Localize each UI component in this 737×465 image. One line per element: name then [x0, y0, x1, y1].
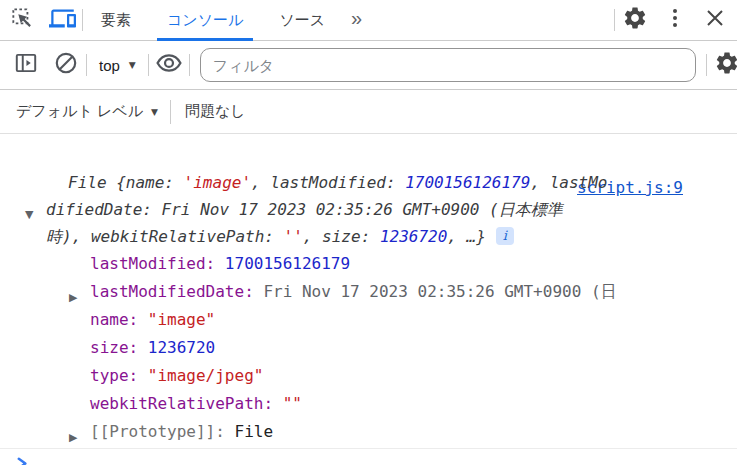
log-levels-dropdown[interactable]: デフォルト レベル ▼ — [4, 102, 170, 121]
property-value: 1236720 — [148, 338, 215, 357]
preview-text: 時), webkitRelativePath: — [46, 227, 284, 246]
menu-button[interactable] — [655, 2, 695, 38]
eye-icon — [155, 49, 183, 81]
console-prompt[interactable] — [0, 449, 737, 465]
settings-button[interactable] — [615, 2, 655, 38]
device-toolbar-icon — [49, 5, 76, 36]
filter-field-wrap — [200, 48, 696, 82]
property-value: 1700156126179 — [225, 254, 350, 273]
filter-input[interactable] — [200, 48, 696, 82]
chevron-down-icon: ▼ — [129, 60, 136, 70]
property-row[interactable]: ▶[[Prototype]]: File — [0, 418, 737, 446]
property-value: "" — [283, 394, 302, 413]
context-label: top — [99, 57, 120, 74]
property-key: name: — [90, 310, 148, 329]
close-icon — [703, 6, 727, 34]
console-message: script.js:9 ▼ File {name: 'image', lastM… — [0, 169, 737, 449]
preview-text: File {name: — [68, 173, 184, 192]
tab-elements[interactable]: 要素 — [95, 0, 137, 41]
expand-triangle-icon[interactable]: ▶ — [69, 424, 77, 452]
preview-text: , lastModified: — [251, 173, 405, 192]
tab-label: 要素 — [101, 11, 131, 30]
property-key: lastModified: — [90, 254, 225, 273]
console-settings-button[interactable] — [707, 47, 737, 83]
property-row: lastModified: 1700156126179 — [0, 250, 737, 278]
tab-label: ソース — [279, 11, 325, 30]
number-token: 1236720 — [380, 227, 447, 246]
tab-console[interactable]: コンソール — [161, 0, 249, 41]
property-key: lastModifiedDate: — [90, 282, 263, 301]
property-row: type: "image/jpeg" — [0, 362, 737, 390]
divider — [189, 54, 190, 76]
sidebar-panel-icon — [13, 50, 39, 80]
gear-icon — [622, 5, 648, 35]
property-value: "image/jpeg" — [148, 366, 264, 385]
property-row: size: 1236720 — [0, 334, 737, 362]
three-dot-menu-icon — [663, 6, 687, 34]
property-value: Fri Nov 17 2023 02:35:26 GMT+0900 (日 — [263, 282, 616, 301]
console-output: script.js:9 ▼ File {name: 'image', lastM… — [0, 169, 737, 465]
device-toolbar-button[interactable] — [42, 2, 82, 38]
prompt-chevron-icon — [16, 456, 31, 465]
property-row[interactable]: ▶lastModifiedDate: Fri Nov 17 2023 02:35… — [0, 278, 737, 306]
live-expression-button[interactable] — [149, 47, 189, 83]
block-icon — [53, 50, 79, 80]
active-tab-underline — [157, 38, 253, 41]
collapse-triangle-icon[interactable]: ▼ — [25, 201, 33, 228]
context-selector[interactable]: top ▼ — [87, 57, 148, 74]
preview-text: , size: — [303, 227, 380, 246]
gear-icon — [714, 50, 737, 80]
property-value: "image" — [148, 310, 215, 329]
property-key: webkitRelativePath: — [90, 394, 283, 413]
tab-sources[interactable]: ソース — [273, 0, 331, 41]
preview-line: 時), webkitRelativePath: '', size: 123672… — [0, 223, 737, 250]
more-tabs-button[interactable]: » — [343, 7, 370, 30]
property-key: [[Prototype]]: — [90, 422, 235, 441]
preview-line: File {name: 'image', lastModified: 17001… — [0, 169, 737, 196]
preview-text: , lastMo — [530, 173, 607, 192]
object-properties: lastModified: 1700156126179 ▶lastModifie… — [0, 250, 737, 446]
property-value: File — [235, 422, 274, 441]
chevron-down-icon: ▼ — [151, 107, 158, 117]
property-row: name: "image" — [0, 306, 737, 334]
close-devtools-button[interactable] — [695, 2, 735, 38]
devtools-tab-bar: 要素 コンソール ソース » — [0, 0, 737, 41]
issues-label: 問題なし — [185, 102, 246, 119]
string-token: '' — [284, 227, 303, 246]
preview-text: difiedDate: Fri Nov 17 2023 02:35:26 GMT… — [46, 200, 563, 219]
double-chevron-icon: » — [351, 7, 362, 29]
inspect-cursor-icon — [9, 5, 35, 35]
string-token: 'image' — [184, 173, 251, 192]
clear-console-button[interactable] — [46, 47, 86, 83]
preview-text: , …} — [447, 227, 486, 246]
object-preview[interactable]: ▼ File {name: 'image', lastModified: 170… — [0, 169, 737, 250]
console-levels-bar: デフォルト レベル ▼ 問題なし — [0, 90, 737, 134]
divider — [82, 9, 83, 31]
console-sidebar-toggle-button[interactable] — [6, 47, 46, 83]
console-toolbar: top ▼ — [0, 41, 737, 90]
issues-status[interactable]: 問題なし — [171, 102, 260, 121]
levels-label: デフォルト レベル — [16, 102, 143, 121]
number-token: 1700156126179 — [405, 173, 530, 192]
property-key: size: — [90, 338, 148, 357]
property-key: type: — [90, 366, 148, 385]
preview-line: difiedDate: Fri Nov 17 2023 02:35:26 GMT… — [0, 196, 737, 223]
info-icon: i — [496, 227, 514, 245]
property-row: webkitRelativePath: "" — [0, 390, 737, 418]
inspect-element-button[interactable] — [2, 2, 42, 38]
tab-label: コンソール — [167, 11, 243, 30]
